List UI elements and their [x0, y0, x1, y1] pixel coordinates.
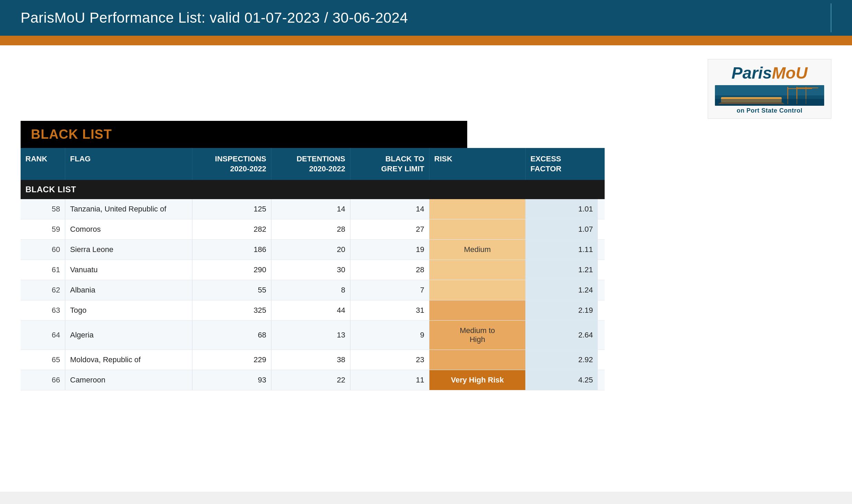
cell-inspections: 68	[192, 321, 271, 350]
cell-detentions: 14	[271, 199, 350, 219]
header: ParisMoU Performance List: valid 01-07-2…	[0, 0, 852, 36]
cell-inspections: 325	[192, 300, 271, 320]
cell-risk	[429, 219, 526, 239]
cell-flag: Togo	[65, 300, 192, 320]
cell-btg: 31	[350, 300, 429, 320]
cell-inspections: 186	[192, 240, 271, 260]
cell-inspections: 229	[192, 350, 271, 370]
cell-inspections: 290	[192, 260, 271, 280]
th-flag: FLAG	[65, 148, 192, 180]
sub-header-label: BLACK LIST	[25, 185, 76, 194]
cell-btg: 28	[350, 260, 429, 280]
table-row: 62Albania55871.24	[21, 280, 605, 300]
cell-excess: 1.21	[526, 260, 598, 280]
sub-header-row: BLACK LIST	[21, 180, 605, 199]
svg-rect-1	[715, 95, 824, 106]
table-row: 64Algeria68139Medium to High2.64	[21, 321, 605, 350]
content: ParisMoU on Port State Control	[0, 45, 852, 492]
cell-btg: 19	[350, 240, 429, 260]
logo-box: ParisMoU on Port State Control	[708, 59, 831, 119]
cell-risk: Medium	[429, 240, 526, 260]
cell-flag: Tanzania, United Republic of	[65, 199, 192, 219]
cell-btg: 14	[350, 199, 429, 219]
svg-marker-8	[718, 102, 785, 104]
cell-flag: Moldova, Republic of	[65, 350, 192, 370]
cell-rank: 59	[21, 219, 65, 239]
cell-excess: 2.92	[526, 350, 598, 370]
th-btg: BLACK TOGREY LIMIT	[350, 148, 429, 180]
table-row: 63Togo32544312.19	[21, 300, 605, 321]
cell-btg: 7	[350, 280, 429, 300]
cell-flag: Cameroon	[65, 370, 192, 390]
cell-excess: 4.25	[526, 370, 598, 390]
cell-excess: 1.01	[526, 199, 598, 219]
logo-title: ParisMoU	[731, 64, 807, 82]
cell-risk	[429, 260, 526, 280]
cell-rank: 58	[21, 199, 65, 219]
cell-inspections: 55	[192, 280, 271, 300]
cell-inspections: 93	[192, 370, 271, 390]
cell-rank: 65	[21, 350, 65, 370]
cell-excess: 1.07	[526, 219, 598, 239]
cell-flag: Comoros	[65, 219, 192, 239]
cell-risk	[429, 350, 526, 370]
orange-bar	[0, 36, 852, 45]
table-row: 61Vanuatu29030281.21	[21, 260, 605, 280]
logo-subtitle: on Port State Control	[737, 107, 803, 114]
cell-detentions: 13	[271, 321, 350, 350]
cell-btg: 27	[350, 219, 429, 239]
header-divider	[831, 3, 831, 32]
cell-rank: 63	[21, 300, 65, 320]
cell-risk: Very High Risk	[429, 370, 526, 390]
cell-excess: 2.64	[526, 321, 598, 350]
cell-detentions: 30	[271, 260, 350, 280]
cell-detentions: 8	[271, 280, 350, 300]
th-excess: EXCESSFACTOR	[526, 148, 598, 180]
cell-detentions: 22	[271, 370, 350, 390]
th-rank: RANK	[21, 148, 65, 180]
cell-flag: Sierra Leone	[65, 240, 192, 260]
table-header: RANK FLAG INSPECTIONS2020-2022 DETENTION…	[21, 148, 605, 180]
cell-inspections: 125	[192, 199, 271, 219]
header-title: ParisMoU Performance List: valid 01-07-2…	[21, 10, 408, 26]
cell-excess: 1.11	[526, 240, 598, 260]
table-body: 58Tanzania, United Republic of12514141.0…	[21, 199, 605, 390]
cell-flag: Albania	[65, 280, 192, 300]
cell-flag: Algeria	[65, 321, 192, 350]
cell-risk	[429, 280, 526, 300]
cell-btg: 9	[350, 321, 429, 350]
cell-excess: 2.19	[526, 300, 598, 320]
cell-rank: 60	[21, 240, 65, 260]
svg-rect-7	[721, 97, 782, 102]
cell-btg: 23	[350, 350, 429, 370]
cell-detentions: 20	[271, 240, 350, 260]
cell-inspections: 282	[192, 219, 271, 239]
cell-rank: 61	[21, 260, 65, 280]
logo-paris: Paris	[731, 64, 772, 82]
th-detentions: DETENTIONS2020-2022	[271, 148, 350, 180]
logo-mou: MoU	[772, 64, 808, 82]
cell-btg: 11	[350, 370, 429, 390]
table-row: 66Cameroon932211Very High Risk4.25	[21, 370, 605, 390]
logo-ship-graphic	[715, 85, 824, 106]
th-inspections: INSPECTIONS2020-2022	[192, 148, 271, 180]
table-row: 60Sierra Leone1862019Medium1.11	[21, 240, 605, 260]
black-list-header: BLACK LIST	[21, 121, 467, 148]
th-risk: RISK	[429, 148, 526, 180]
table-row: 59Comoros28228271.07	[21, 219, 605, 240]
cell-detentions: 28	[271, 219, 350, 239]
cell-detentions: 44	[271, 300, 350, 320]
table-container: RANK FLAG INSPECTIONS2020-2022 DETENTION…	[21, 148, 605, 390]
table-row: 58Tanzania, United Republic of12514141.0…	[21, 199, 605, 219]
cell-risk	[429, 300, 526, 320]
cell-rank: 64	[21, 321, 65, 350]
cell-risk	[429, 199, 526, 219]
table-row: 65Moldova, Republic of22938232.92	[21, 350, 605, 370]
cell-detentions: 38	[271, 350, 350, 370]
logo-area: ParisMoU on Port State Control	[708, 59, 831, 119]
cell-risk: Medium to High	[429, 321, 526, 350]
black-list-title: BLACK LIST	[31, 127, 112, 141]
cell-flag: Vanuatu	[65, 260, 192, 280]
cell-rank: 62	[21, 280, 65, 300]
cell-rank: 66	[21, 370, 65, 390]
